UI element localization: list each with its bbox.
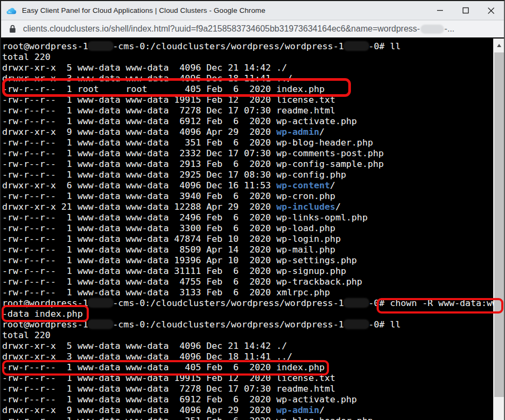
cloud-icon — [6, 6, 17, 15]
terminal-line: -rw-r--r-- 1 www-data www-data 3940 Feb … — [2, 190, 505, 201]
terminal-line: -rw-r--r-- 1 www-data www-data 19915 Feb… — [2, 372, 505, 383]
terminal-line: root@wordpress-1-cms-0:/cloudclusters/wo… — [2, 41, 505, 51]
terminal-line: drwxr-xr-x 6 www-data www-data 4096 Dec … — [2, 180, 505, 190]
terminal-line: -rw-r--r-- 1 www-data www-data 7278 Dec … — [2, 105, 505, 116]
terminal-line: -rw-r--r-- 1 www-data www-data 6912 Feb … — [2, 394, 505, 404]
terminal-line: root@wordpress-1-cms-0:/cloudclusters/wo… — [2, 319, 505, 330]
terminal-line: -rw-r--r-- 1 www-data www-data 2496 Feb … — [2, 212, 505, 223]
redacted-text-box — [88, 42, 113, 50]
terminal-line: -rw-r--r-- 1 www-data www-data 7278 Dec … — [2, 383, 505, 394]
scrollbar-thumb[interactable] — [494, 52, 504, 397]
redacted-text-box — [88, 320, 113, 329]
terminal-line: drwxr-xr-x 5 www-data www-data 4096 Dec … — [2, 340, 505, 351]
terminal-line: drwxr-xr-x 9 www-data www-data 4096 Apr … — [2, 404, 505, 415]
maximize-button[interactable] — [453, 1, 478, 20]
terminal-line: -rw-r--r-- 1 www-data www-data 6912 Feb … — [2, 116, 505, 126]
url-field[interactable]: clients.cloudclusters.io/shell/index.htm… — [23, 24, 455, 34]
terminal-line: -rw-r--r-- 1 www-data www-data 2925 Dec … — [2, 169, 505, 180]
terminal-line: -rw-r--r-- 1 www-data www-data 2913 Feb … — [2, 158, 505, 169]
terminal-line: -rw-r--r-- 1 www-data www-data 3300 Feb … — [2, 223, 505, 233]
terminal-scrollbar[interactable] — [493, 39, 504, 420]
terminal-line: -rw-r--r-- 1 www-data www-data 8509 Apr … — [2, 244, 505, 255]
terminal-line: -rw-r--r-- 1 www-data www-data 351 Feb 6… — [2, 415, 505, 420]
chevron-up-icon — [497, 44, 501, 47]
redacted-text-box — [344, 299, 369, 307]
browser-window: Easy Client Panel for Cloud Applications… — [0, 0, 505, 420]
redacted-text-box — [344, 42, 369, 50]
close-button[interactable] — [478, 1, 504, 20]
address-bar[interactable]: clients.cloudclusters.io/shell/index.htm… — [1, 20, 504, 37]
terminal-line: drwxr-xr-x 3 www-data www-data 4096 Dec … — [2, 351, 505, 362]
terminal-line: total 220 — [2, 330, 505, 340]
terminal-line: drwxr-xr-x 9 www-data www-data 4096 Apr … — [2, 126, 505, 137]
terminal-line: -rw-r--r-- 1 www-data www-data 351 Feb 6… — [2, 137, 505, 148]
terminal-output: root@wordpress-1-cms-0:/cloudclusters/wo… — [1, 39, 505, 420]
terminal-line: root@wordpress-1-cms-0:/cloudclusters/wo… — [2, 297, 505, 308]
terminal-line: total 220 — [2, 51, 505, 62]
terminal-line: drwxr-xr-x 21 www-data www-data 12288 Ap… — [2, 201, 505, 212]
url-text-after: -... — [445, 24, 455, 34]
terminal-line: drwxr-xr-x 5 www-data www-data 4096 Dec … — [2, 62, 505, 73]
terminal-line: -rw-r--r-- 1 www-data www-data 405 Feb 6… — [2, 362, 505, 372]
terminal-line: drwxr-xr-x 3 www-data www-data 4096 Dec … — [2, 73, 505, 83]
terminal-line: -rw-r--r-- 1 www-data www-data 31111 Feb… — [2, 265, 505, 276]
terminal-line: -rw-r--r-- 1 www-data www-data 19915 Feb… — [2, 94, 505, 105]
lock-icon[interactable] — [9, 25, 16, 33]
terminal-line: -data index.php — [2, 308, 505, 319]
terminal-line: -rw-r--r-- 1 www-data www-data 47874 Feb… — [2, 233, 505, 244]
redacted-text-box — [88, 299, 113, 307]
url-redaction-blur — [420, 25, 444, 34]
terminal-line: -rw-r--r-- 1 www-data www-data 2332 Dec … — [2, 148, 505, 158]
redacted-text-box — [344, 320, 369, 329]
url-text-before: clients.cloudclusters.io/shell/index.htm… — [23, 24, 420, 34]
terminal-line: -rw-r--r-- 1 www-data www-data 4755 Feb … — [2, 276, 505, 287]
terminal-screen[interactable]: root@wordpress-1-cms-0:/cloudclusters/wo… — [1, 39, 505, 420]
window-titlebar: Easy Client Panel for Cloud Applications… — [1, 1, 504, 20]
window-controls — [427, 1, 504, 20]
window-title: Easy Client Panel for Cloud Applications… — [22, 6, 427, 14]
scrollbar-up-button[interactable] — [494, 39, 504, 52]
terminal-line: -rw-r--r-- 1 root root 405 Feb 6 2020 in… — [2, 83, 505, 94]
terminal-line: -rw-r--r-- 1 www-data www-data 3133 Feb … — [2, 287, 505, 297]
terminal-line: -rw-r--r-- 1 www-data www-data 19396 Apr… — [2, 255, 505, 265]
minimize-button[interactable] — [427, 1, 453, 20]
